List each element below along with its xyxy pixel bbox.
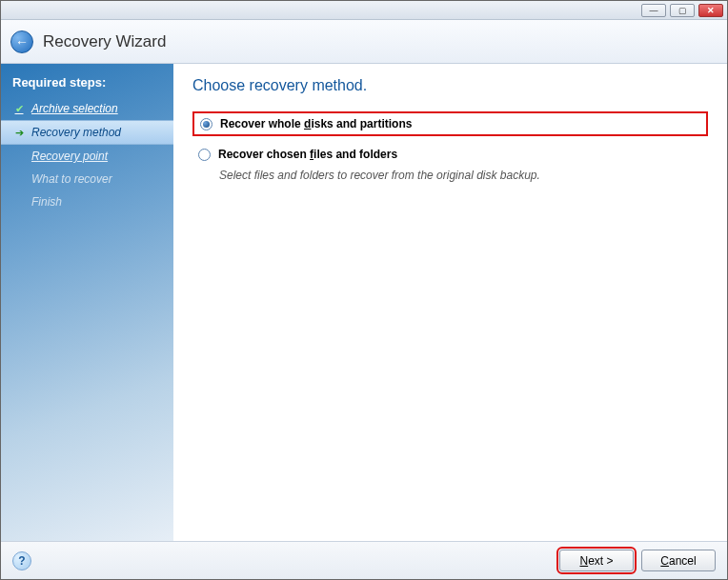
- step-label: Archive selection: [31, 102, 118, 115]
- option-row-files[interactable]: Recover chosen files and folders: [192, 144, 708, 165]
- recovery-wizard-window: — ▢ ✕ ← Recovery Wizard Required steps: …: [0, 0, 728, 580]
- blank-icon: [12, 150, 26, 163]
- step-label: Recovery point: [31, 150, 108, 163]
- titlebar: — ▢ ✕: [1, 1, 727, 20]
- content-pane: Choose recovery method. Recover whole di…: [173, 64, 727, 541]
- step-recovery-point[interactable]: Recovery point: [1, 145, 173, 168]
- check-icon: ✔: [12, 102, 26, 115]
- radio-recover-files[interactable]: [198, 149, 211, 161]
- step-what-to-recover: What to recover: [1, 168, 173, 190]
- blank-icon: [12, 195, 26, 209]
- option-desc-files: Select files and folders to recover from…: [192, 165, 708, 182]
- maximize-button[interactable]: ▢: [670, 4, 695, 17]
- wizard-header: ← Recovery Wizard: [1, 20, 727, 64]
- sidebar: Required steps: ✔ Archive selection ➔ Re…: [1, 64, 173, 541]
- step-label: Recovery method: [31, 126, 121, 139]
- minimize-button[interactable]: —: [641, 4, 666, 17]
- blank-icon: [12, 172, 26, 186]
- step-label: Finish: [31, 195, 62, 209]
- step-label: What to recover: [31, 172, 112, 186]
- sidebar-heading: Required steps:: [1, 73, 173, 97]
- option-recover-files: Recover chosen files and folders Select …: [192, 144, 708, 182]
- back-button[interactable]: ←: [10, 30, 33, 53]
- cancel-button[interactable]: Cancel: [641, 550, 716, 571]
- content-title: Choose recovery method.: [192, 77, 708, 94]
- radio-recover-disks[interactable]: [200, 118, 212, 130]
- option-row-disks[interactable]: Recover whole disks and partitions: [192, 111, 708, 136]
- step-recovery-method[interactable]: ➔ Recovery method: [1, 120, 173, 145]
- step-finish: Finish: [1, 190, 173, 213]
- option-recover-disks: Recover whole disks and partitions: [192, 111, 708, 136]
- wizard-title: Recovery Wizard: [43, 32, 166, 51]
- help-button[interactable]: ?: [12, 551, 31, 570]
- option-label-disks: Recover whole disks and partitions: [220, 117, 412, 130]
- step-archive-selection[interactable]: ✔ Archive selection: [1, 97, 173, 120]
- wizard-body: Required steps: ✔ Archive selection ➔ Re…: [1, 64, 727, 541]
- arrow-right-icon: ➔: [12, 126, 26, 139]
- arrow-left-icon: ←: [15, 34, 29, 50]
- help-icon: ?: [18, 554, 25, 568]
- wizard-footer: ? Next > Cancel: [1, 541, 727, 579]
- next-button[interactable]: Next >: [559, 550, 634, 571]
- option-label-files: Recover chosen files and folders: [218, 148, 397, 161]
- close-button[interactable]: ✕: [698, 4, 723, 17]
